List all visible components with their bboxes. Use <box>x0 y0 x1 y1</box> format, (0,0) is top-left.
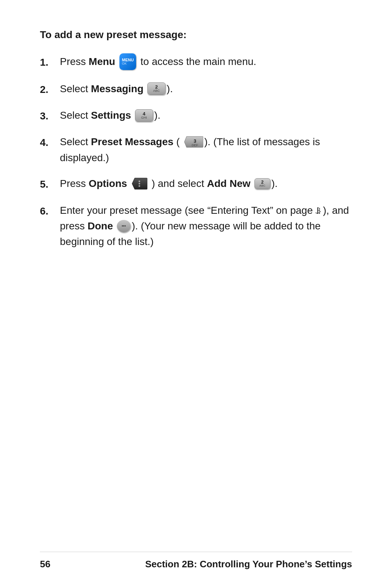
key4-button-icon: 4 GHI <box>135 109 153 122</box>
menu-button-icon: MENU OK <box>119 53 136 70</box>
list-item: 2. Select Messaging 2 ABC ). <box>40 81 352 97</box>
section-heading: To add a new preset message: <box>40 29 352 41</box>
step-number: 3. <box>40 107 60 124</box>
page-footer: 56 Section 2B: Controlling Your Phone’s … <box>40 552 352 570</box>
list-item: 6. Enter your preset message (see “Enter… <box>40 203 352 250</box>
step-content: Press Options <box>60 176 352 191</box>
step-number: 6. <box>40 203 60 219</box>
numbered-list: 1. Press Menu MENU OK to access the main… <box>40 54 352 250</box>
page-content: To add a new preset message: 1. Press Me… <box>0 0 392 282</box>
key2abc-button-icon: 2 ABC <box>254 178 270 189</box>
svg-point-2 <box>139 180 140 182</box>
svg-point-4 <box>139 185 140 187</box>
list-item: 5. Press Options <box>40 176 352 192</box>
svg-point-3 <box>139 183 140 184</box>
done-button-icon: ••• <box>117 220 131 232</box>
footer-page-number: 56 <box>40 559 50 570</box>
key3-button-icon: 3 DEF <box>184 136 203 148</box>
step-content: Press Menu MENU OK to access the main me… <box>60 54 352 71</box>
step-number: 5. <box>40 176 60 192</box>
svg-text:DEF: DEF <box>192 143 199 147</box>
step-number: 2. <box>40 81 60 97</box>
step-number: 4. <box>40 134 60 150</box>
list-item: 3. Select Settings 4 GHI ). <box>40 107 352 124</box>
step-content: Select Settings 4 GHI ). <box>60 107 352 123</box>
footer-section-title: Section 2B: Controlling Your Phone’s Set… <box>145 559 352 570</box>
key2-button-icon: 2 ABC <box>147 82 166 95</box>
list-item: 1. Press Menu MENU OK to access the main… <box>40 54 352 71</box>
step-content: Select Preset Messages ( 3 DEF <box>60 134 352 166</box>
step-content: Enter your preset message (see “Entering… <box>60 203 352 250</box>
step-content: Select Messaging 2 ABC ). <box>60 81 352 97</box>
svg-text:3: 3 <box>193 138 196 144</box>
list-item: 4. Select Preset Messages ( <box>40 134 352 166</box>
options-button-icon <box>131 177 147 190</box>
step-number: 1. <box>40 54 60 70</box>
